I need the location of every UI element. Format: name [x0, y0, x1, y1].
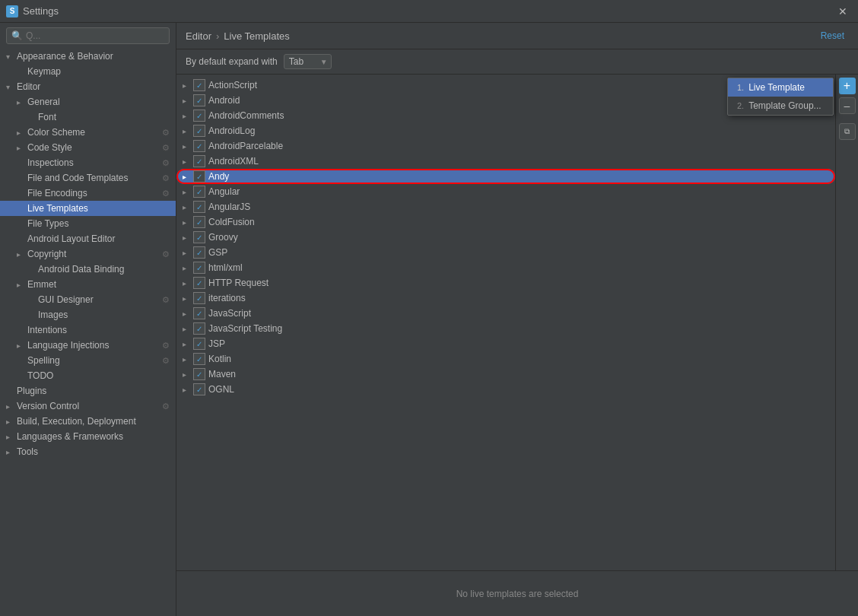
remove-button[interactable]: –: [839, 97, 856, 114]
template-checkbox-gsp[interactable]: [193, 246, 205, 259]
sidebar-item-file-types[interactable]: File Types: [0, 216, 176, 231]
sidebar-item-file-encodings[interactable]: File Encodings⚙: [0, 186, 176, 201]
template-item-jsp[interactable]: ▸JSP: [176, 336, 835, 351]
settings-icon: ⚙: [162, 356, 170, 366]
sidebar-item-font[interactable]: Font: [0, 110, 176, 125]
sidebar-item-label: Android Layout Editor: [27, 233, 170, 244]
template-checkbox-angular-js[interactable]: [193, 201, 205, 213]
sidebar-item-intentions[interactable]: Intentions: [0, 322, 176, 338]
sidebar-item-languages-frameworks[interactable]: ▸Languages & Frameworks: [0, 429, 176, 444]
template-item-andy[interactable]: ▸Andy: [176, 169, 835, 184]
expand-select[interactable]: Tab Enter Space: [284, 54, 332, 69]
template-item-http-request[interactable]: ▸HTTP Request: [176, 275, 835, 291]
sidebar-item-label: Intentions: [27, 325, 170, 335]
template-item-android-parcelable[interactable]: ▸AndroidParcelable: [176, 138, 835, 154]
template-label-angular-js: AngularJS: [208, 202, 250, 212]
template-checkbox-javascript-testing[interactable]: [193, 322, 205, 335]
template-checkbox-maven[interactable]: [193, 368, 205, 380]
sidebar-item-inspections[interactable]: Inspections⚙: [0, 155, 176, 170]
context-menu: 1.Live Template2.Template Group...: [727, 78, 834, 116]
sidebar-item-general[interactable]: ▸General: [0, 94, 176, 110]
context-menu-item-live-template[interactable]: 1.Live Template: [728, 78, 833, 97]
template-label-android-parcelable: AndroidParcelable: [208, 141, 283, 151]
add-button[interactable]: +: [839, 78, 856, 94]
template-checkbox-android-xml[interactable]: [193, 155, 205, 167]
sidebar-item-android-data-binding[interactable]: Android Data Binding: [0, 262, 176, 277]
sidebar-item-label: Android Data Binding: [38, 264, 170, 275]
template-checkbox-jsp[interactable]: [193, 338, 205, 350]
search-input[interactable]: [26, 30, 164, 41]
template-checkbox-ognl[interactable]: [193, 383, 205, 395]
sidebar-item-todo[interactable]: TODO: [0, 368, 176, 383]
template-checkbox-angular[interactable]: [193, 186, 205, 198]
template-item-javascript[interactable]: ▸JavaScript: [176, 306, 835, 321]
sidebar-item-language-injections[interactable]: ▸Language Injections⚙: [0, 338, 176, 353]
template-checkbox-http-request[interactable]: [193, 277, 205, 289]
sidebar-item-color-scheme[interactable]: ▸Color Scheme⚙: [0, 125, 176, 140]
template-item-html-xml[interactable]: ▸html/xml: [176, 260, 835, 275]
expand-label: By default expand with: [186, 56, 278, 67]
template-item-angular[interactable]: ▸Angular: [176, 184, 835, 199]
sidebar-item-images[interactable]: Images: [0, 307, 176, 322]
template-checkbox-andy[interactable]: [193, 170, 205, 183]
template-item-javascript-testing[interactable]: ▸JavaScript Testing: [176, 321, 835, 336]
sidebar-item-live-templates[interactable]: Live Templates: [0, 201, 176, 216]
sidebar-item-label: General: [27, 97, 170, 107]
template-label-iterations: iterations: [208, 293, 246, 303]
template-arrow-icon: ▸: [183, 279, 193, 287]
template-item-android-xml[interactable]: ▸AndroidXML: [176, 154, 835, 169]
sidebar-item-gui-designer[interactable]: GUI Designer⚙: [0, 292, 176, 307]
sidebar-item-label: Languages & Frameworks: [17, 431, 170, 442]
template-checkbox-android[interactable]: [193, 94, 205, 106]
sidebar-item-editor[interactable]: ▾Editor: [0, 79, 176, 94]
template-item-gsp[interactable]: ▸GSP: [176, 245, 835, 260]
sidebar-item-tools[interactable]: ▸Tools: [0, 444, 176, 459]
template-checkbox-javascript[interactable]: [193, 307, 205, 319]
template-list: ▸ActionScript▸Android▸AndroidComments▸An…: [176, 75, 835, 570]
template-item-kotlin[interactable]: ▸Kotlin: [176, 351, 835, 367]
sidebar-item-spelling[interactable]: Spelling⚙: [0, 353, 176, 368]
template-item-maven[interactable]: ▸Maven: [176, 367, 835, 382]
template-item-cold-fusion[interactable]: ▸ColdFusion: [176, 214, 835, 230]
sidebar-item-plugins[interactable]: Plugins: [0, 383, 176, 398]
sidebar-item-copyright[interactable]: ▸Copyright⚙: [0, 246, 176, 262]
template-item-android-log[interactable]: ▸AndroidLog: [176, 123, 835, 138]
template-item-angular-js[interactable]: ▸AngularJS: [176, 199, 835, 214]
close-button[interactable]: ✕: [834, 4, 852, 19]
template-checkbox-android-parcelable[interactable]: [193, 140, 205, 152]
template-checkbox-android-log[interactable]: [193, 125, 205, 137]
sidebar-item-code-style[interactable]: ▸Code Style⚙: [0, 140, 176, 155]
collapse-arrow-icon: ▸: [6, 418, 17, 426]
sidebar-item-build-execution-deployment[interactable]: ▸Build, Execution, Deployment: [0, 414, 176, 429]
template-item-groovy[interactable]: ▸Groovy: [176, 230, 835, 245]
sidebar-item-emmet[interactable]: ▸Emmet: [0, 277, 176, 292]
expand-select-wrapper[interactable]: Tab Enter Space ▼: [284, 54, 332, 69]
app-icon: S: [6, 5, 18, 17]
breadcrumb: Editor › Live Templates: [186, 30, 290, 42]
sidebar-item-android-layout-editor[interactable]: Android Layout Editor: [0, 231, 176, 246]
sidebar-item-keymap[interactable]: Keymap: [0, 64, 176, 79]
template-arrow-icon: ▸: [183, 142, 193, 151]
template-checkbox-html-xml[interactable]: [193, 262, 205, 274]
sidebar-item-label: GUI Designer: [38, 294, 159, 305]
template-arrow-icon: ▸: [183, 81, 193, 90]
template-checkbox-kotlin[interactable]: [193, 353, 205, 365]
sidebar-item-label: Tools: [17, 446, 170, 457]
sidebar-item-appearance[interactable]: ▾Appearance & Behavior: [0, 49, 176, 64]
context-menu-item-template-group[interactable]: 2.Template Group...: [728, 97, 833, 115]
search-box[interactable]: 🔍: [6, 27, 170, 44]
template-item-ognl[interactable]: ▸OGNL: [176, 382, 835, 397]
template-checkbox-groovy[interactable]: [193, 231, 205, 243]
template-checkbox-android-comments[interactable]: [193, 110, 205, 122]
sidebar-item-file-and-code-templates[interactable]: File and Code Templates⚙: [0, 170, 176, 186]
content-footer: No live templates are selected: [176, 570, 858, 616]
template-checkbox-cold-fusion[interactable]: [193, 216, 205, 228]
template-checkbox-action-script[interactable]: [193, 79, 205, 91]
template-label-gsp: GSP: [208, 247, 227, 258]
title-bar: S Settings ✕: [0, 0, 858, 23]
copy-button[interactable]: ⧉: [839, 123, 856, 140]
template-checkbox-iterations[interactable]: [193, 292, 205, 304]
reset-button[interactable]: Reset: [816, 29, 849, 43]
sidebar-item-version-control[interactable]: ▸Version Control⚙: [0, 398, 176, 414]
template-item-iterations[interactable]: ▸iterations: [176, 291, 835, 306]
